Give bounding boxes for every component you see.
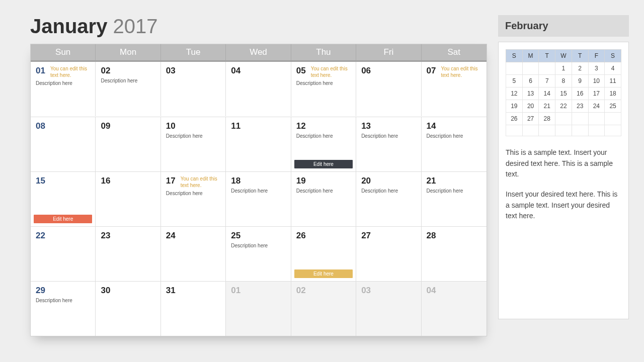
calendar-day[interactable]: 10Description here [161,117,226,171]
mini-day: 27 [522,113,539,125]
calendar-day[interactable]: 05You can edit this text here.Descriptio… [291,62,356,116]
side-text[interactable]: This is a sample text. Insert your desir… [506,147,621,222]
mini-day: 28 [539,113,555,125]
mini-day [555,113,572,125]
mini-day: 13 [522,87,539,100]
mini-day [506,125,523,136]
day-tag[interactable]: Edit here [294,160,353,168]
day-number: 16 [101,176,110,186]
calendar-day[interactable]: 30 [96,282,160,336]
calendar-day[interactable]: 11 [226,117,291,171]
calendar-day[interactable]: 29Description here [31,282,96,336]
calendar-day[interactable]: 26Edit here [291,227,356,281]
mini-day [522,62,539,75]
day-hint[interactable]: You can edit this text here. [311,66,351,78]
day-number: 17 [166,176,176,186]
day-hint[interactable]: You can edit this text here. [50,66,91,78]
day-number: 04 [427,286,436,296]
day-description[interactable]: Description here [361,188,416,194]
day-description[interactable]: Description here [231,243,285,248]
calendar-day[interactable]: 09 [96,117,160,171]
day-number: 22 [36,231,45,241]
calendar-day[interactable]: 18Description here [226,172,291,226]
calendar-day[interactable]: 16 [96,172,160,226]
day-description[interactable]: Description here [296,188,351,194]
calendar-day[interactable]: 17You can edit this text here.Descriptio… [161,172,226,226]
calendar-day[interactable]: 02 [291,282,356,336]
day-description[interactable]: Description here [231,188,285,194]
calendar-day[interactable]: 08 [31,117,96,171]
calendar-day[interactable]: 13Description here [356,117,421,171]
calendar-day[interactable]: 31 [161,282,226,336]
mini-day [572,125,588,136]
mini-day: 22 [555,100,572,113]
day-number: 11 [231,121,240,131]
mini-day: 20 [522,100,539,113]
day-number: 10 [166,121,176,131]
calendar-day[interactable]: 07You can edit this text here. [422,62,487,116]
day-number: 13 [361,121,371,131]
calendar-day[interactable]: 03 [356,282,421,336]
day-description[interactable]: Description here [427,133,481,139]
calendar-day[interactable]: 03 [161,62,226,116]
calendar-day[interactable]: 21Description here [422,172,487,226]
calendar-day[interactable]: 25Description here [226,227,291,281]
calendar-week: 01You can edit this text here.Descriptio… [31,62,487,117]
day-number: 31 [166,286,176,296]
calendar-week: 22232425Description here26Edit here2728 [31,226,487,281]
calendar-day[interactable]: 19Description here [291,172,356,226]
day-description[interactable]: Description here [36,80,90,86]
day-description[interactable]: Description here [361,133,416,139]
day-tag[interactable]: Edit here [34,215,92,223]
day-number: 20 [361,176,371,186]
day-description[interactable]: Description here [296,133,351,139]
day-tag[interactable]: Edit here [294,269,353,278]
calendar-day[interactable]: 20Description here [356,172,421,226]
day-description[interactable]: Description here [101,78,155,83]
day-number: 30 [101,286,110,296]
calendar-day[interactable]: 15Edit here [31,172,96,226]
day-number: 21 [427,176,436,186]
calendar-day[interactable]: 02Description here [96,62,160,116]
dow-label: Sat [422,44,487,60]
mini-day: 17 [588,87,605,100]
mini-day: 9 [572,75,588,87]
calendar-day[interactable]: 24 [161,227,226,281]
calendar-day[interactable]: 04 [226,62,291,116]
mini-day: 19 [506,100,523,113]
mini-day [588,113,605,125]
day-description[interactable]: Description here [166,133,220,139]
calendar-day[interactable]: 22 [31,227,96,281]
day-description[interactable]: Description here [427,188,481,194]
day-number: 04 [231,66,240,76]
mini-day: 14 [539,87,555,100]
calendar-day[interactable]: 04 [422,282,487,336]
calendar-day[interactable]: 06 [356,62,421,116]
mini-day: 23 [572,100,588,113]
calendar-day[interactable]: 14Description here [422,117,487,171]
day-hint[interactable]: You can edit this text here. [441,66,481,78]
calendar-day[interactable]: 28 [422,227,487,281]
day-description[interactable]: Description here [166,191,220,196]
day-description[interactable]: Description here [36,298,90,303]
day-hint[interactable]: You can edit this text here. [181,176,221,189]
calendar-day[interactable]: 23 [96,227,160,281]
side-paragraph: This is a sample text. Insert your desir… [506,147,621,180]
calendar-day[interactable]: 01 [226,282,291,336]
mini-day: 8 [555,75,572,87]
day-description[interactable]: Description here [296,80,351,86]
mini-day [522,125,539,136]
title-month: January [30,15,107,37]
day-number: 26 [296,231,306,241]
day-number: 01 [36,66,45,76]
calendar-day[interactable]: 27 [356,227,421,281]
day-number: 29 [36,286,45,296]
day-number: 07 [427,66,436,76]
calendar-day[interactable]: 12Description hereEdit here [291,117,356,171]
mini-dow: T [539,50,555,62]
mini-dow: F [588,50,605,62]
mini-day: 18 [605,87,621,100]
calendar-day[interactable]: 01You can edit this text here.Descriptio… [31,62,96,116]
mini-day: 3 [588,62,605,75]
day-number: 28 [427,231,436,241]
